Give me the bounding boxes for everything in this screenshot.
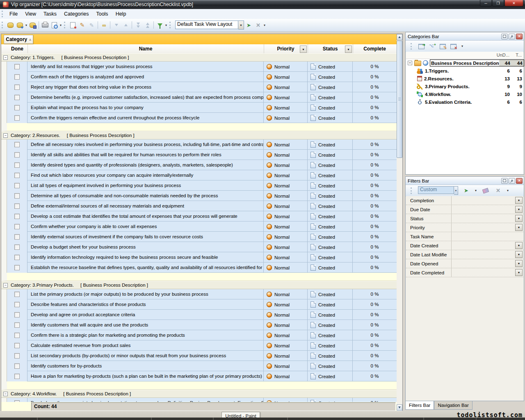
task-complete-cell[interactable]: 0 % [353,113,397,123]
open-database-dropdown-icon[interactable]: ▾ [25,23,27,27]
task-name-cell[interactable]: Develop and agree on product acceptance … [27,310,264,320]
collapse-group-icon[interactable]: − [3,133,8,138]
task-name-cell[interactable]: Define all necessary roles involved in p… [27,139,264,150]
task-status-cell[interactable]: Created [308,330,353,340]
task-priority-cell[interactable]: Normal [264,330,308,340]
restore-button[interactable]: ❐ [492,0,504,7]
task-name-cell[interactable]: List the primary products (or major outp… [27,289,264,299]
task-priority-cell[interactable]: Normal [264,201,308,211]
task-complete-cell[interactable]: 0 % [353,62,397,72]
new-database-icon[interactable] [6,21,15,30]
task-priority-cell[interactable]: Normal [264,299,308,310]
task-name-cell[interactable]: Explain what impact the process has to y… [27,103,264,113]
task-name-cell[interactable]: Identify and list reasons that trigger y… [27,62,264,72]
task-complete-cell[interactable]: 0 % [353,160,397,170]
task-done-checkbox[interactable] [14,343,20,348]
tree-column-undone[interactable]: UnD... [497,52,509,57]
filter-dropdown-icon[interactable]: ▼ [515,251,523,258]
task-name-cell[interactable]: Determine all types of consumable and no… [27,191,264,201]
panel-pin-icon[interactable] [509,34,515,39]
collapse-group-icon[interactable]: − [3,392,8,396]
task-complete-cell[interactable]: 0 % [353,201,397,211]
task-status-cell[interactable]: Created [308,299,353,310]
task-status-cell[interactable]: Created [308,310,353,320]
task-status-cell[interactable]: Created [308,232,353,242]
new-subcategory-icon[interactable]: ⌥+ [429,43,436,50]
panel-pin-icon[interactable] [509,178,515,184]
delete-layout-icon[interactable]: ✕ [253,21,263,30]
search-tasks-icon[interactable]: ∞ [99,21,109,30]
task-status-cell[interactable]: Created [308,221,353,232]
task-status-cell[interactable]: Created [308,82,353,92]
task-done-checkbox[interactable] [14,84,20,90]
filters-toolbar-dropdown-icon[interactable]: ▾ [507,189,509,192]
tree-item-row[interactable]: 5.Evaluation Criteria.66 [406,98,523,106]
filter-tasks-icon[interactable] [155,21,164,30]
task-name-cell[interactable]: Identify customers for by-products [27,361,264,371]
task-priority-cell[interactable]: Normal [264,320,308,330]
task-complete-cell[interactable]: 0 % [353,371,397,381]
task-priority-cell[interactable]: Normal [264,242,308,252]
task-name-cell[interactable]: Establish the resource baseline that def… [27,262,264,273]
filter-dropdown-icon[interactable]: ▼ [515,224,523,231]
filter-dropdown-icon[interactable]: ▼ [515,242,523,249]
scroll-down-icon[interactable] [397,404,402,411]
task-done-checkbox[interactable] [14,105,20,110]
menu-tasks[interactable]: Tasks [40,10,60,18]
open-database-icon[interactable] [15,21,25,30]
print-preview-icon[interactable] [50,21,59,30]
tree-column-total[interactable]: T... [516,52,522,57]
task-complete-cell[interactable]: 0 % [353,320,397,330]
filter-value-field[interactable] [452,259,515,268]
task-complete-cell[interactable]: 0 % [353,398,397,402]
minimize-button[interactable]: ─ [480,0,492,7]
task-done-checkbox[interactable] [14,173,20,178]
task-status-cell[interactable]: Created [308,371,353,381]
task-priority-cell[interactable]: Normal [264,82,308,92]
task-status-cell[interactable]: Created [308,139,353,150]
task-complete-cell[interactable]: 0 % [353,351,397,361]
task-done-checkbox[interactable] [14,152,20,158]
filter-dropdown-icon[interactable]: ▾ [165,23,167,27]
edit-category-icon[interactable]: ✎ [439,43,447,50]
delete-filter-icon[interactable]: ✕ [493,186,503,195]
task-name-cell[interactable]: Confirm whether your company is able to … [27,221,264,232]
task-done-checkbox[interactable] [14,363,20,369]
filter-value-field[interactable] [452,241,515,250]
clear-filter-icon[interactable] [481,186,490,195]
task-done-checkbox[interactable] [14,265,20,270]
task-done-checkbox[interactable] [14,193,20,199]
task-done-checkbox[interactable] [14,302,20,307]
group-by-category-button[interactable]: Category ▵ [4,35,33,44]
filter-value-field[interactable] [452,205,515,214]
column-header-name[interactable]: Name [27,44,264,53]
new-task-icon[interactable] [68,21,78,30]
task-done-checkbox[interactable] [14,74,20,80]
status-filter-dropdown-icon[interactable]: ▼ [345,46,352,53]
task-complete-cell[interactable]: 0 % [353,361,397,371]
task-complete-cell[interactable]: 0 % [353,103,397,113]
task-name-cell[interactable]: Confirm each of the triggers is analyzed… [27,72,264,82]
task-priority-cell[interactable]: Normal [264,310,308,320]
task-name-cell[interactable]: Identify customers that will acquire and… [27,320,264,330]
task-priority-cell[interactable]: Normal [264,72,308,82]
task-done-checkbox[interactable] [14,234,20,240]
filter-preset-value[interactable]: Custom [418,186,454,194]
filter-dropdown-icon[interactable]: ▼ [515,269,523,276]
task-complete-cell[interactable]: 0 % [353,211,397,221]
menu-view[interactable]: View [21,10,40,18]
task-status-cell[interactable]: Created [308,191,353,201]
task-status-cell[interactable]: Created [308,150,353,160]
task-done-checkbox[interactable] [14,255,20,260]
task-complete-cell[interactable]: 0 % [353,170,397,180]
task-status-cell[interactable]: Created [308,289,353,299]
move-to-bottom-icon[interactable] [133,21,143,30]
filter-value-field[interactable] [452,250,515,259]
task-done-checkbox[interactable] [14,353,20,358]
task-status-cell[interactable]: Created [308,201,353,211]
filter-value-field[interactable] [452,223,515,232]
filter-dropdown-icon[interactable]: ▼ [515,206,523,213]
task-complete-cell[interactable]: 0 % [353,221,397,232]
apply-filter-dropdown-icon[interactable]: ▾ [475,189,477,192]
print-icon[interactable] [40,21,50,30]
